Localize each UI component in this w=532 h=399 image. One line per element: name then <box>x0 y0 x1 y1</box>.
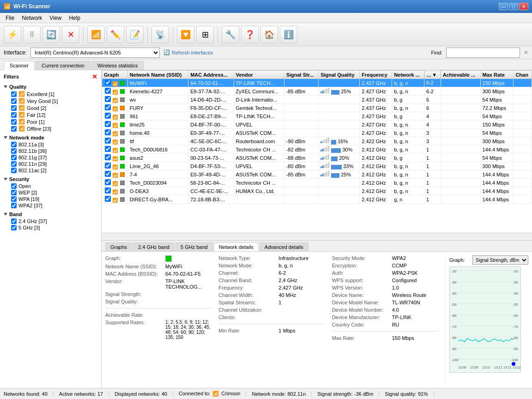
menu-view[interactable]: View <box>46 14 65 22</box>
table-row[interactable]: 📶 Tech_D00U6816 CC-03-FA-47-... Technico… <box>102 145 532 154</box>
filter-security-open[interactable]: Open <box>2 183 99 189</box>
filter-band-24ghz[interactable]: 2.4 GHz [37] <box>2 218 99 224</box>
filter-security-wpa-cb[interactable] <box>11 196 17 202</box>
filter-quality-verygood[interactable]: 📶 Very Good [1] <box>2 97 99 104</box>
window-controls[interactable]: — □ ✕ <box>499 3 528 10</box>
minimize-button[interactable]: — <box>499 3 508 10</box>
edit-button[interactable]: 📝 <box>126 26 144 43</box>
row-checkbox[interactable] <box>105 171 111 177</box>
find-clear-button[interactable]: ✕ <box>524 49 528 56</box>
filter-mode-80211g-cb[interactable] <box>11 155 17 160</box>
col-achievable[interactable]: Achievable ... <box>441 71 480 79</box>
refresh-interfaces-button[interactable]: 🔄 Refresh interfaces <box>163 49 213 55</box>
draw-button[interactable]: ✏️ <box>107 26 124 43</box>
graph-type-select[interactable]: Signal Strength, dBm <box>472 255 528 265</box>
row-checkbox[interactable] <box>105 179 111 185</box>
filter-quality-good[interactable]: 📶 Good [2] <box>2 104 99 111</box>
filter-mode-80211b[interactable]: 802.11b [36] <box>2 148 99 154</box>
tab-wireless-statistics[interactable]: Wireless statistics <box>91 61 144 70</box>
col-vendor[interactable]: Vendor <box>234 71 284 79</box>
filter-quality-excellent-checkbox[interactable] <box>11 91 17 97</box>
row-checkbox[interactable] <box>105 96 111 102</box>
filter-mode-80211n-cb[interactable] <box>11 161 17 167</box>
table-row[interactable]: 📶 ttf 4C-5E-0C-6C-... Routerboard.com -9… <box>102 137 532 145</box>
row-checkbox[interactable] <box>105 104 111 110</box>
table-scrollbar[interactable] <box>102 233 532 240</box>
table-row[interactable]: 📶 Keenetic-4227 E8-37-7A-92-... ZyXEL Co… <box>102 87 532 96</box>
start-button[interactable]: ⚡ <box>4 26 21 43</box>
table-row[interactable]: 📶 MyWiFi 64-70-02-61-... TP-LINK TECH...… <box>102 79 532 87</box>
interface-select[interactable]: Intel(R) Centrino(R) Advanced-N 6205 <box>30 48 160 58</box>
col-ssid[interactable]: Network Name (SSID) <box>127 71 188 79</box>
table-row[interactable]: 📶 lime25 D4-BF-7F-00-... UPVEL 2.427 GHz… <box>102 121 532 129</box>
rss-button[interactable]: 📡 <box>151 26 169 43</box>
col-chan[interactable]: Chan <box>514 71 532 79</box>
row-checkbox[interactable] <box>105 129 111 135</box>
filter-group-security-title[interactable]: Security <box>2 175 99 183</box>
table-row[interactable]: 📶 Tech_D0023094 58-23-8C-84-... Technico… <box>102 179 532 187</box>
filter-group-band-title[interactable]: Band <box>2 211 99 218</box>
row-checkbox[interactable] <box>105 113 111 119</box>
menu-network[interactable]: Network <box>18 14 46 22</box>
filter-button[interactable]: 🔽 <box>177 26 194 43</box>
refresh-button[interactable]: 🔄 <box>42 26 60 43</box>
row-checkbox[interactable] <box>105 79 111 85</box>
row-checkbox[interactable] <box>105 163 111 169</box>
filter-band-5ghz-cb[interactable] <box>11 225 17 230</box>
filter-mode-80211n[interactable]: 802.11n [29] <box>2 161 99 167</box>
col-graph[interactable]: Graph <box>102 71 128 79</box>
filter-band-24ghz-cb[interactable] <box>11 218 17 224</box>
filter-quality-verygood-checkbox[interactable] <box>11 98 17 104</box>
col-network[interactable]: Network ... <box>392 71 424 79</box>
row-checkbox[interactable] <box>105 154 111 160</box>
table-row[interactable]: 📶 asus2 00-23-54-73-... ASUSTeK COM... -… <box>102 154 532 162</box>
grid-button[interactable]: ⊞ <box>196 26 214 43</box>
filter-security-wep[interactable]: WEP [2] <box>2 189 99 196</box>
home-button[interactable]: 🏠 <box>260 26 278 43</box>
tab-network-details[interactable]: Network details <box>214 242 259 251</box>
filter-security-wpa[interactable]: WPA [19] <box>2 196 99 202</box>
info-button[interactable]: ℹ️ <box>280 26 297 43</box>
filters-close-button[interactable]: ✕ <box>92 73 97 80</box>
table-row[interactable]: 📶 7-4 E0-3F-49-4D-... ASUSTeK COM... -85… <box>102 170 532 179</box>
table-row[interactable]: 📶 Lime_2G_46 D4-BF-7F-53-... UPVEL -80 d… <box>102 162 532 170</box>
filter-mode-80211a-cb[interactable] <box>11 142 17 147</box>
menu-file[interactable]: File <box>2 14 18 22</box>
signal-button[interactable]: 📶 <box>87 26 105 43</box>
table-row[interactable]: 📶 wv 14-D6-4D-2D-... D-Link Internatio..… <box>102 96 532 104</box>
filter-security-wpa2[interactable]: WPA2 [37] <box>2 202 99 209</box>
pause-button[interactable]: ⏸ <box>23 26 41 43</box>
table-row[interactable]: 📶 FURY F8-35-DD-CF-... Gemtek Technol...… <box>102 104 532 112</box>
filter-mode-80211g[interactable]: 802.11g [37] <box>2 154 99 161</box>
col-signal-str[interactable]: Signal Str... <box>284 71 319 79</box>
tab-current-connection[interactable]: Current connection <box>36 61 91 70</box>
tab-scanner[interactable]: Scanner <box>4 61 35 70</box>
table-row[interactable]: 📶 DIRECT-Gy-BRA... 72-18-8B-B3-... 2.412… <box>102 195 532 204</box>
filter-mode-80211ac-cb[interactable] <box>11 168 17 173</box>
filter-quality-fair-checkbox[interactable] <box>11 112 17 118</box>
col-signal-q[interactable]: Signal Quality <box>319 71 360 79</box>
table-row[interactable]: 📶 O-DEA3 CC-4E-EC-9E-... HUMAX Co., Ltd.… <box>102 187 532 195</box>
filter-quality-good-checkbox[interactable] <box>11 105 17 111</box>
stop-button[interactable]: ✕ <box>62 26 79 43</box>
tab-24ghz-band[interactable]: 2.4 GHz band <box>133 242 175 251</box>
menu-help[interactable]: Help <box>65 14 84 22</box>
filter-group-networkmode-title[interactable]: Network mode <box>2 134 99 141</box>
tab-graphs[interactable]: Graphs <box>105 242 132 251</box>
col-maxrate[interactable]: Max Rate <box>480 71 514 79</box>
table-row[interactable]: 📶 home.40 E0-3F-49-77-... ASUSTeK COM...… <box>102 129 532 137</box>
filter-mode-80211a[interactable]: 802.11a [3] <box>2 141 99 148</box>
filter-security-wpa2-cb[interactable] <box>11 203 17 208</box>
row-checkbox[interactable] <box>105 88 111 94</box>
filter-mode-80211ac[interactable]: 802.11ac [2] <box>2 167 99 174</box>
filter-quality-excellent[interactable]: 📶 Excellent [1] <box>2 91 99 97</box>
row-checkbox[interactable] <box>105 121 111 127</box>
tools-button[interactable]: 🔧 <box>222 26 239 43</box>
row-checkbox[interactable] <box>105 138 111 144</box>
filter-mode-80211b-cb[interactable] <box>11 148 17 154</box>
tab-5ghz-band[interactable]: 5 GHz band <box>175 242 213 251</box>
close-button[interactable]: ✕ <box>519 3 528 10</box>
table-row[interactable]: 📶 961 E8-DE-27-B9-... TP-LINK TECH... 2.… <box>102 112 532 121</box>
filter-quality-poor-checkbox[interactable] <box>11 119 17 125</box>
filter-quality-fair[interactable]: 📶 Fair [12] <box>2 111 99 118</box>
